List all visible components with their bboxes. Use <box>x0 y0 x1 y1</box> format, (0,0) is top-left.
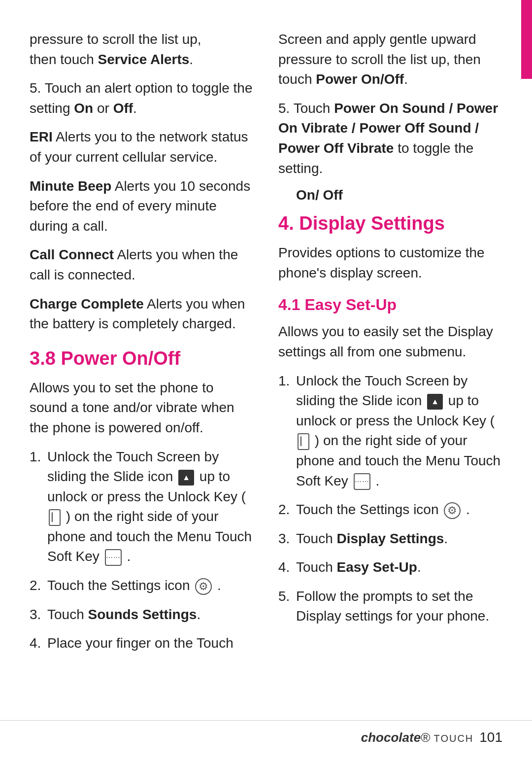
left-step5: 5. Touch an alert option to toggle the s… <box>30 78 254 118</box>
right-unlock-key-icon: ▏ <box>298 433 309 450</box>
charge-complete-definition: Charge Complete Alerts you when the batt… <box>30 294 254 334</box>
page-container: pressure to scroll the list up, then tou… <box>0 0 532 765</box>
subsection-4-1-intro: Allows you to easily set the Display set… <box>278 322 502 362</box>
left-step-2: 2. Touch the Settings icon . <box>30 576 254 596</box>
right-intro: Screen and apply gentle upward pressure … <box>278 30 502 90</box>
right-step-1: 1. Unlock the Touch Screen by sliding th… <box>278 371 502 491</box>
brand-label: chocolate® TOUCH <box>361 730 474 745</box>
subsection-4-1-heading: 4.1 Easy Set-Up <box>278 296 502 314</box>
unlock-key-icon: ▏ <box>49 509 61 526</box>
left-step-3: 3. Touch Sounds Settings. <box>30 605 254 625</box>
page-footer: chocolate® TOUCH 101 <box>0 720 532 745</box>
slide-up-icon <box>178 470 194 486</box>
menu-soft-key-icon: ⋯⋯ <box>105 549 122 566</box>
on-off-label: On/ Off <box>296 187 502 203</box>
call-connect-definition: Call Connect Alerts you when the call is… <box>30 245 254 285</box>
left-step-4: 4. Place your finger on the Touch <box>30 633 254 654</box>
left-steps-list: 1. Unlock the Touch Screen by sliding th… <box>30 447 254 662</box>
right-column: Screen and apply gentle upward pressure … <box>278 30 502 671</box>
right-slide-up-icon <box>427 394 443 410</box>
section-3-8-heading: 3.8 Power On/Off <box>30 348 254 369</box>
settings-gear-icon <box>195 578 212 595</box>
right-step5: 5. Touch Power On Sound / Power On Vibra… <box>278 99 502 178</box>
right-step-3: 3. Touch Display Settings. <box>278 529 502 549</box>
two-column-layout: pressure to scroll the list up, then tou… <box>30 30 502 671</box>
right-step-5: 5. Follow the prompts to set the Display… <box>278 587 502 626</box>
right-step-4: 4. Touch Easy Set-Up. <box>278 557 502 578</box>
right-settings-gear-icon <box>444 502 461 519</box>
left-step-1: 1. Unlock the Touch Screen by sliding th… <box>30 447 254 567</box>
right-tab <box>521 0 532 79</box>
eri-definition: ERI Alerts you to the network status of … <box>30 127 254 167</box>
left-intro: pressure to scroll the list up, then tou… <box>30 30 254 70</box>
minute-beep-definition: Minute Beep Alerts you 10 seconds before… <box>30 176 254 237</box>
right-step-2: 2. Touch the Settings icon . <box>278 500 502 520</box>
left-column: pressure to scroll the list up, then tou… <box>30 30 254 671</box>
section-4-heading: 4. Display Settings <box>278 213 502 234</box>
right-steps-list: 1. Unlock the Touch Screen by sliding th… <box>278 371 502 636</box>
section-4-intro: Provides options to customize the phone'… <box>278 243 502 283</box>
page-number: 101 <box>479 730 502 745</box>
section-3-8-intro: Allows you to set the phone to sound a t… <box>30 378 254 438</box>
right-menu-soft-key-icon: ⋯⋯ <box>354 473 370 490</box>
